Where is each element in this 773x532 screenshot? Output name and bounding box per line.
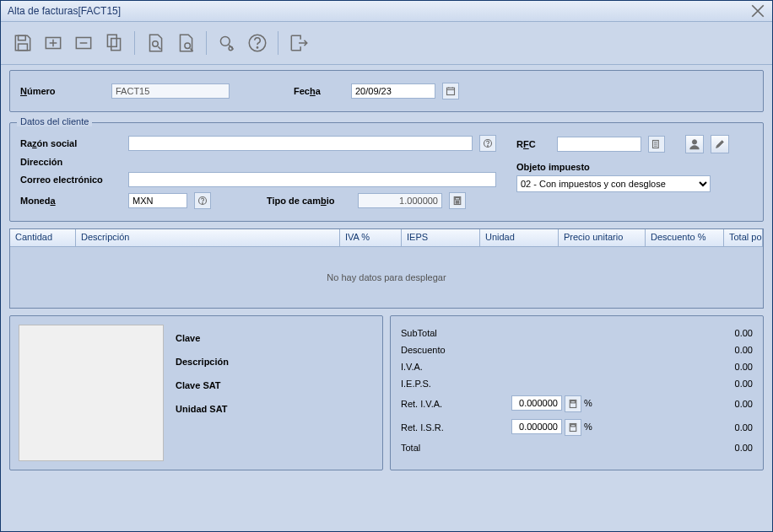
calculator-icon[interactable] <box>449 192 466 209</box>
ret-iva-value: 0.00 <box>705 392 754 416</box>
thumbnail-placeholder <box>19 325 164 461</box>
user-icon[interactable] <box>685 135 704 153</box>
col-descripcion[interactable]: Descripción <box>76 229 340 246</box>
objeto-impuesto-select[interactable]: 02 - Con impuestos y con desglose <box>516 175 711 192</box>
help-field-icon[interactable] <box>479 135 496 152</box>
total-label: Total <box>399 439 510 456</box>
help-field-icon[interactable] <box>194 192 211 209</box>
svg-rect-28 <box>570 401 575 403</box>
col-precio[interactable]: Precio unitario <box>559 229 646 246</box>
settings-search-icon[interactable] <box>214 30 241 56</box>
correo-label: Correo electrónico <box>20 175 122 185</box>
svg-point-22 <box>456 202 457 203</box>
razon-social-input[interactable] <box>128 136 473 151</box>
col-iva[interactable]: IVA % <box>340 229 402 246</box>
svg-rect-18 <box>455 198 459 200</box>
calendar-icon[interactable] <box>442 83 459 99</box>
razon-label: Razón social <box>20 138 122 148</box>
iva-value: 0.00 <box>705 358 754 375</box>
percent-label: % <box>584 398 592 408</box>
ret-isr-value: 0.00 <box>705 416 754 439</box>
svg-point-19 <box>456 201 457 202</box>
toolbar-separator <box>206 31 207 55</box>
numero-input <box>111 83 230 99</box>
col-ieps[interactable]: IEPS <box>402 229 480 246</box>
tipo-cambio-label: Tipo de cambio <box>267 196 351 206</box>
col-cantidad[interactable]: Cantidad <box>10 229 76 246</box>
fecha-label: Fecha <box>294 86 344 96</box>
subtotal-label: SubTotal <box>399 325 510 341</box>
svg-rect-30 <box>570 425 575 427</box>
calculator-icon[interactable] <box>565 395 581 412</box>
col-total[interactable]: Total por partida <box>724 229 763 246</box>
new-record-icon[interactable] <box>40 30 67 56</box>
bottom-panels: Clave Descripción Clave SAT Unidad SAT S… <box>9 315 764 470</box>
svg-rect-12 <box>447 88 455 94</box>
ieps-label: I.E.P.S. <box>399 375 510 392</box>
delete-record-icon[interactable] <box>70 30 97 56</box>
save-icon[interactable] <box>9 30 36 56</box>
svg-point-21 <box>458 201 459 202</box>
items-grid: Cantidad Descripción IVA % IEPS Unidad P… <box>9 228 764 309</box>
col-unidad[interactable]: Unidad <box>480 229 559 246</box>
numero-label: Número <box>20 86 105 96</box>
subtotal-value: 0.00 <box>705 325 754 341</box>
fecha-input[interactable] <box>351 83 435 99</box>
svg-point-26 <box>692 140 696 144</box>
search-document-icon[interactable] <box>142 30 169 56</box>
objeto-label: Objeto impuesto <box>516 162 618 172</box>
tipo-cambio-input <box>358 193 442 208</box>
grid-empty-text: No hay datos para desplegar <box>10 247 763 308</box>
svg-point-20 <box>457 201 458 202</box>
ieps-value: 0.00 <box>705 375 754 392</box>
ret-iva-label: Ret. I.V.A. <box>399 392 510 416</box>
moneda-input[interactable] <box>128 193 187 208</box>
svg-point-7 <box>185 43 191 49</box>
moneda-label: Moneda <box>20 196 122 206</box>
svg-point-9 <box>229 46 232 50</box>
edit-icon[interactable] <box>711 135 729 153</box>
preview-icon[interactable] <box>172 30 199 56</box>
svg-point-24 <box>458 202 459 203</box>
descuento-value: 0.00 <box>705 341 754 358</box>
svg-rect-5 <box>111 39 121 51</box>
header-panel: Número Fecha <box>9 70 764 112</box>
rfc-label: RFC <box>516 139 550 149</box>
iva-label: I.V.A. <box>399 358 510 375</box>
item-detail-panel: Clave Descripción Clave SAT Unidad SAT <box>9 315 383 470</box>
totals-panel: SubTotal0.00 Descuento0.00 I.V.A.0.00 I.… <box>390 315 764 470</box>
percent-label: % <box>584 422 592 432</box>
svg-point-6 <box>153 41 159 47</box>
grid-header: Cantidad Descripción IVA % IEPS Unidad P… <box>10 229 763 247</box>
svg-rect-1 <box>19 44 28 51</box>
svg-point-14 <box>488 146 489 147</box>
svg-rect-0 <box>19 35 26 40</box>
ret-iva-input[interactable] <box>511 395 562 411</box>
col-descuento[interactable]: Descuento % <box>646 229 724 246</box>
help-icon[interactable] <box>244 30 271 56</box>
ret-isr-input[interactable] <box>511 419 562 434</box>
toolbar-separator <box>134 31 135 55</box>
calculator-icon[interactable] <box>565 419 581 436</box>
correo-input[interactable] <box>128 172 496 187</box>
window-title: Alta de facturas[FACT15] <box>8 5 750 17</box>
total-value: 0.00 <box>705 439 754 456</box>
title-bar: Alta de facturas[FACT15] <box>1 1 772 22</box>
ret-isr-label: Ret. I.S.R. <box>399 416 510 439</box>
svg-point-11 <box>257 47 257 48</box>
exit-icon[interactable] <box>285 30 312 56</box>
toolbar-separator <box>278 31 278 55</box>
cliente-panel: Datos del cliente Razón social Dirección… <box>9 122 764 222</box>
rfc-input[interactable] <box>557 137 641 152</box>
cliente-legend: Datos del cliente <box>17 116 92 126</box>
svg-rect-4 <box>107 35 116 46</box>
svg-point-23 <box>457 202 458 203</box>
svg-point-8 <box>220 36 230 46</box>
lookup-icon[interactable] <box>648 136 665 153</box>
copy-icon[interactable] <box>100 30 127 56</box>
direccion-label: Dirección <box>20 157 122 167</box>
svg-point-16 <box>203 203 203 204</box>
toolbar <box>1 22 772 65</box>
descuento-label: Descuento <box>399 341 510 358</box>
close-icon[interactable] <box>750 3 765 19</box>
